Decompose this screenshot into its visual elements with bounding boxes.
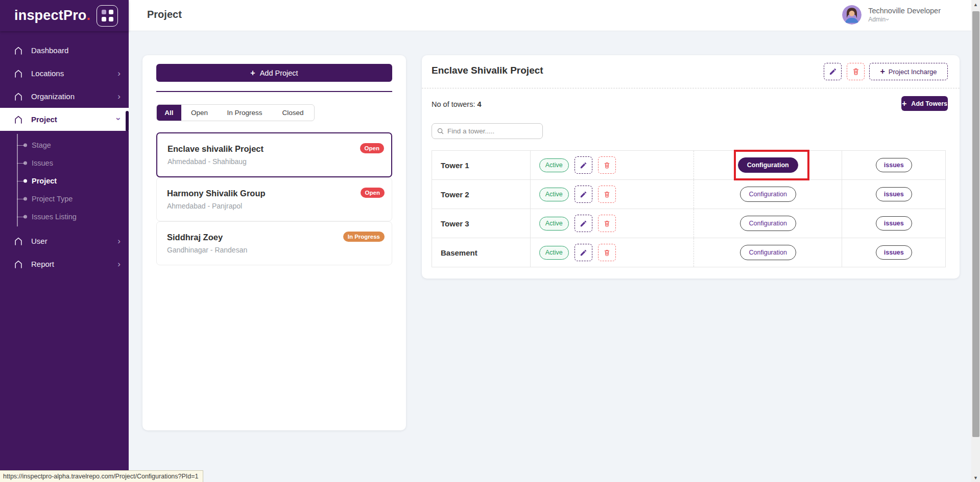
add-project-button[interactable]: + Add Project <box>156 64 392 82</box>
tower-name: Basement <box>432 238 531 267</box>
app-screen: inspectPro. Dashboard Locations › Organi… <box>0 0 980 482</box>
submenu-item-stage[interactable]: Stage <box>0 136 129 154</box>
tower-search-input[interactable] <box>447 127 538 135</box>
submenu-item-project[interactable]: Project <box>0 172 129 190</box>
project-detail-title: Enclave Shivalik Project <box>432 65 543 76</box>
scrollbar-thumb[interactable] <box>972 11 979 437</box>
tab-in-progress[interactable]: In Progress <box>218 105 272 121</box>
submenu-label: Project <box>32 177 57 185</box>
trash-icon <box>603 220 611 227</box>
tower-actions-cell: Active <box>531 180 694 209</box>
home-icon <box>13 259 23 269</box>
project-location: Gandhinagar - Randesan <box>167 246 381 254</box>
edit-project-button[interactable] <box>824 63 842 80</box>
user-role-label: Admin <box>868 16 886 24</box>
submenu-item-project-type[interactable]: Project Type <box>0 190 129 208</box>
issues-button[interactable]: issues <box>876 245 912 260</box>
chevron-right-icon: › <box>117 260 121 268</box>
caret-down-icon: › <box>883 18 892 20</box>
sidebar-item-label: User <box>31 237 47 245</box>
dashboard-grid-icon[interactable] <box>97 5 118 27</box>
home-icon <box>13 45 23 56</box>
chevron-right-icon: › <box>117 92 121 101</box>
delete-tower-button[interactable] <box>598 156 616 174</box>
project-list-item[interactable]: Harmony Shivalik Group Ahmedabad - Panjr… <box>156 177 392 221</box>
pencil-icon <box>580 220 587 227</box>
project-list-item[interactable]: Enclave shivalik Project Ahmedabad - Sha… <box>156 132 392 177</box>
avatar[interactable] <box>842 5 862 25</box>
user-menu[interactable]: Technoville Developer Admin› <box>842 5 941 25</box>
sidebar: inspectPro. Dashboard Locations › Organi… <box>0 0 129 482</box>
sidebar-item-dashboard[interactable]: Dashboard <box>0 39 129 62</box>
search-icon <box>437 127 444 135</box>
submenu-item-issues[interactable]: Issues <box>0 154 129 172</box>
logo-dot: . <box>87 8 91 23</box>
project-incharge-label: Project Incharge <box>889 68 937 76</box>
sidebar-item-locations[interactable]: Locations › <box>0 62 129 85</box>
sidebar-item-user[interactable]: User › <box>0 229 129 253</box>
configuration-button[interactable]: Configuration <box>740 187 796 202</box>
chevron-right-icon: › <box>117 69 121 78</box>
project-detail-panel: Enclave Shivalik Project + Project Incha… <box>422 55 960 279</box>
top-header: Project Technoville Developer Admin› <box>129 0 971 31</box>
project-name: Enclave shivalik Project <box>168 144 381 154</box>
edit-tower-button[interactable] <box>575 215 592 232</box>
edit-tower-button[interactable] <box>575 186 592 203</box>
sidebar-scrollbar-thumb[interactable] <box>126 111 129 131</box>
tab-open[interactable]: Open <box>181 105 218 121</box>
sidebar-item-label: Report <box>31 260 54 268</box>
delete-tower-button[interactable] <box>598 215 616 232</box>
add-towers-button[interactable]: + Add Towers <box>901 96 948 111</box>
project-name: Harmony Shivalik Group <box>167 189 381 198</box>
pencil-icon <box>829 67 837 76</box>
scroll-down-arrow-icon[interactable]: ▼ <box>971 473 980 482</box>
edit-tower-button[interactable] <box>575 156 592 174</box>
status-badge: In Progress <box>343 232 385 242</box>
plus-icon: + <box>902 100 906 108</box>
link-preview-tooltip: https://inspectpro-alpha.travelrepo.com/… <box>0 470 203 482</box>
logo: inspectPro. <box>0 0 129 31</box>
project-list-item[interactable]: Siddhraj Zoey Gandhinagar - Randesan In … <box>156 221 392 265</box>
user-role[interactable]: Admin› <box>868 15 941 24</box>
issues-button[interactable]: issues <box>876 158 912 172</box>
table-row: Tower 1 Active Configuration issues <box>432 151 945 180</box>
tab-closed[interactable]: Closed <box>272 105 314 121</box>
configuration-button[interactable]: Configuration <box>740 245 796 260</box>
sidebar-item-organization[interactable]: Organization › <box>0 85 129 108</box>
main-content: + Add Project All Open In Progress Close… <box>129 31 971 482</box>
issues-button[interactable]: issues <box>876 216 912 231</box>
add-project-incharge-button[interactable]: + Project Incharge <box>869 63 948 80</box>
user-meta: Technoville Developer Admin› <box>868 6 941 24</box>
towers-count-label: No of towers: <box>432 100 475 108</box>
logo-word: inspectPro <box>14 8 87 23</box>
issues-button[interactable]: issues <box>876 187 912 201</box>
trash-icon <box>852 67 860 76</box>
sidebar-item-label: Project <box>31 115 57 124</box>
plus-icon: + <box>880 67 885 76</box>
configuration-button[interactable]: Configuration <box>738 157 798 173</box>
home-icon <box>13 91 23 102</box>
chevron-down-icon: › <box>115 118 124 121</box>
tab-all[interactable]: All <box>157 105 181 121</box>
sidebar-item-project[interactable]: Project › <box>0 108 129 131</box>
project-list: Enclave shivalik Project Ahmedabad - Sha… <box>156 132 392 265</box>
tower-name: Tower 1 <box>432 151 531 179</box>
vertical-scrollbar[interactable]: ▲ ▼ <box>971 0 980 482</box>
page-title: Project <box>147 9 182 20</box>
sidebar-item-report[interactable]: Report › <box>0 253 129 276</box>
project-location: Ahmedabad - Panjrapol <box>167 202 381 210</box>
sidebar-item-label: Organization <box>31 92 75 101</box>
tower-name: Tower 3 <box>432 209 531 238</box>
tower-search <box>432 123 543 139</box>
delete-tower-button[interactable] <box>598 244 616 261</box>
delete-project-button[interactable] <box>847 63 865 80</box>
configuration-button[interactable]: Configuration <box>740 216 796 231</box>
home-icon <box>13 236 23 246</box>
edit-tower-button[interactable] <box>575 244 592 261</box>
active-status-badge: Active <box>539 217 569 231</box>
delete-tower-button[interactable] <box>598 186 616 203</box>
add-project-label: Add Project <box>260 69 298 77</box>
scroll-up-arrow-icon[interactable]: ▲ <box>971 0 980 9</box>
divider <box>156 91 392 92</box>
submenu-item-issues-listing[interactable]: Issues Listing <box>0 208 129 225</box>
